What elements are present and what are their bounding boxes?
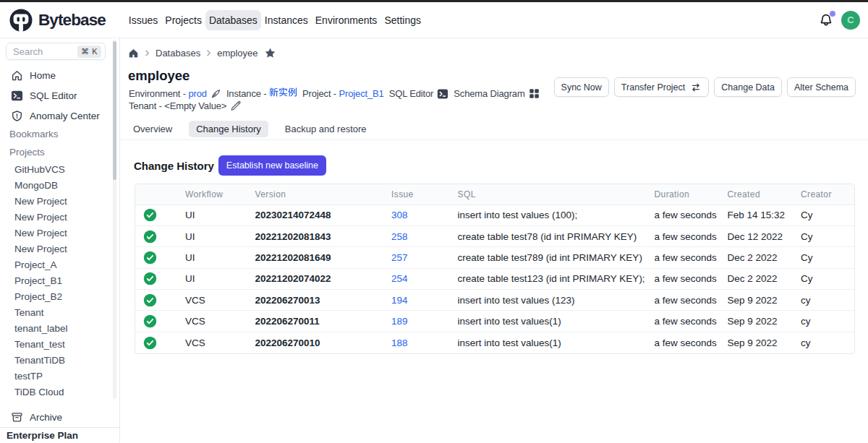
search-box[interactable]: ⌘ K: [6, 43, 106, 60]
change-data-button[interactable]: Change Data: [714, 77, 782, 97]
project-item[interactable]: tenant_label: [0, 320, 119, 336]
breadcrumb: Databases employee: [128, 46, 276, 60]
home-breadcrumb-icon[interactable]: [128, 48, 139, 59]
table-row[interactable]: UI 20221202081843 258 create table test7…: [135, 225, 854, 246]
tenant-label: Tenant -: [129, 100, 162, 113]
issue-link[interactable]: 257: [391, 252, 408, 263]
sidebar-item-sql-editor[interactable]: SQL Editor: [0, 85, 119, 106]
brand-name: Bytebase: [38, 11, 106, 30]
cell-sql: insert into test values (123): [458, 290, 655, 311]
tab-change-history[interactable]: Change History: [189, 121, 268, 137]
transfer-project-button[interactable]: Transfer Project: [614, 77, 709, 97]
alter-schema-button[interactable]: Alter Schema: [787, 77, 856, 97]
top-navigation: Issues Projects Databases Instances Envi…: [125, 10, 425, 30]
col-duration: Duration: [655, 184, 728, 205]
project-item[interactable]: New Project: [0, 241, 119, 257]
issue-link[interactable]: 188: [391, 337, 408, 348]
nav-environments[interactable]: Environments: [312, 10, 381, 30]
notifications-button[interactable]: [819, 13, 833, 27]
sidebar-item-home[interactable]: Home: [0, 65, 119, 85]
col-workflow: Workflow: [185, 184, 255, 205]
project-item[interactable]: MongoDB: [0, 177, 119, 193]
cell-creator: Cy: [801, 268, 854, 289]
top-navbar: Bytebase Issues Projects Databases Insta…: [0, 2, 868, 38]
project-label: Project -: [302, 88, 336, 100]
cell-sql: create table test789 (id int PRIMARY KEY…: [458, 247, 655, 268]
success-check-icon: [143, 208, 157, 222]
environment-link[interactable]: prod: [188, 88, 206, 100]
table-row[interactable]: UI 20221202074022 254 create table test1…: [135, 268, 854, 289]
project-link[interactable]: Project_B1: [339, 88, 384, 100]
cell-version: 20221202081649: [255, 247, 392, 268]
issue-link[interactable]: 258: [391, 231, 408, 242]
project-item[interactable]: GitHubVCS: [0, 161, 119, 177]
table-row[interactable]: VCS 202206270010 188 insert into test va…: [135, 332, 854, 353]
sidebar-section-bookmarks: Bookmarks: [0, 126, 119, 142]
tab-backup-and-restore[interactable]: Backup and restore: [278, 121, 374, 137]
schema-diagram-label: Schema Diagram: [454, 88, 524, 100]
schema-diagram-icon[interactable]: [529, 88, 540, 99]
project-item[interactable]: TenantTiDB: [0, 352, 119, 368]
pencil-icon[interactable]: [230, 100, 241, 111]
success-check-icon: [143, 336, 157, 350]
tab-overview[interactable]: Overview: [126, 121, 179, 137]
table-row[interactable]: UI 20221202081649 257 create table test7…: [135, 247, 854, 268]
nav-issues[interactable]: Issues: [125, 10, 161, 30]
project-item[interactable]: Tenant_test: [0, 336, 119, 352]
bookmark-star-icon[interactable]: [264, 47, 276, 59]
cell-creator: Cy: [801, 225, 854, 246]
bytebase-logo[interactable]: Bytebase: [9, 8, 106, 33]
cell-workflow: UI: [185, 205, 255, 225]
nav-settings[interactable]: Settings: [380, 10, 425, 30]
pen-icon[interactable]: [210, 88, 221, 99]
establish-baseline-button[interactable]: Establish new baseline: [218, 155, 326, 176]
sidebar-scrollbar-thumb[interactable]: [113, 41, 116, 180]
instance-cjk-text: [269, 87, 297, 97]
project-item[interactable]: New Project: [0, 193, 119, 209]
shield-icon: [11, 110, 23, 122]
project-item[interactable]: Project_B1: [0, 272, 119, 288]
table-row[interactable]: VCS 202206270011 189 insert into test va…: [135, 311, 854, 332]
sidebar-item-label: Archive: [30, 412, 62, 423]
nav-databases[interactable]: Databases: [205, 10, 261, 30]
success-check-icon: [143, 251, 157, 264]
project-item[interactable]: New Project: [0, 209, 119, 225]
sidebar-item-archive[interactable]: Archive: [0, 407, 119, 427]
sidebar-item-anomaly-center[interactable]: Anomaly Center: [0, 106, 119, 126]
issue-link[interactable]: 194: [391, 295, 408, 306]
cell-workflow: UI: [185, 225, 255, 246]
cell-duration: a few seconds: [655, 290, 728, 311]
avatar[interactable]: C: [841, 11, 860, 30]
search-input[interactable]: [13, 46, 77, 57]
cell-version: 202206270010: [255, 332, 392, 353]
project-item[interactable]: testTP: [0, 368, 119, 384]
chevron-right-icon: [205, 49, 213, 57]
database-tabs: Overview Change History Backup and resto…: [126, 121, 383, 137]
cell-creator: cy: [801, 311, 854, 332]
cell-issue: 194: [391, 290, 458, 311]
cell-workflow: VCS: [185, 290, 255, 311]
cell-version: 20230214072448: [255, 205, 392, 225]
project-item[interactable]: New Project: [0, 225, 119, 241]
nav-projects[interactable]: Projects: [161, 10, 205, 30]
meta-line-2: Tenant - <Empty Value>: [129, 100, 678, 113]
project-item[interactable]: Project_B2: [0, 288, 119, 304]
project-item[interactable]: Tenant: [0, 304, 119, 320]
breadcrumb-employee[interactable]: employee: [217, 48, 258, 59]
instance-link[interactable]: [269, 87, 297, 100]
nav-instances[interactable]: Instances: [261, 10, 312, 30]
table-row[interactable]: UI 20230214072448 308 insert into test v…: [135, 205, 854, 225]
breadcrumb-databases[interactable]: Databases: [156, 48, 200, 59]
project-item[interactable]: Project_A: [0, 257, 119, 272]
issue-link[interactable]: 308: [391, 210, 408, 220]
success-check-icon: [143, 314, 157, 328]
cell-creator: Cy: [801, 247, 854, 268]
sync-now-button[interactable]: Sync Now: [554, 77, 609, 97]
issue-link[interactable]: 189: [391, 316, 408, 327]
tenant-value: <Empty Value>: [164, 100, 226, 113]
project-item[interactable]: TiDB Cloud: [0, 384, 119, 400]
chevron-right-icon: [143, 49, 151, 57]
terminal-icon[interactable]: [437, 88, 448, 100]
issue-link[interactable]: 254: [391, 273, 408, 284]
table-row[interactable]: VCS 202206270013 194 insert into test va…: [135, 290, 854, 311]
